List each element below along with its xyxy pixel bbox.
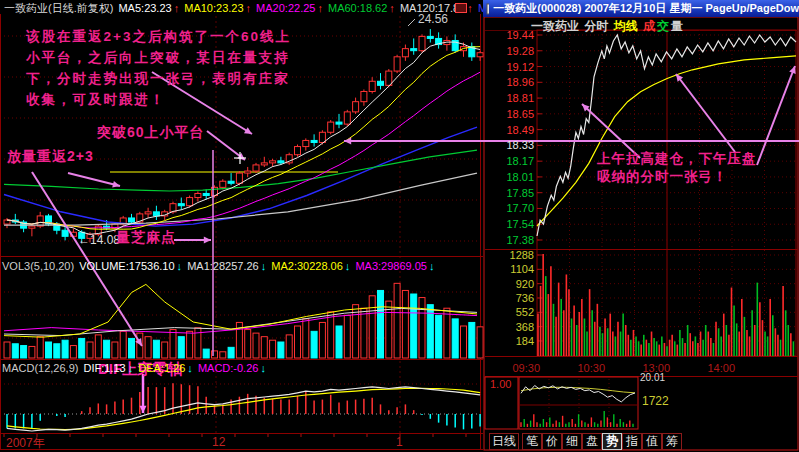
text-segment: ↓	[345, 260, 354, 272]
macd-pane-header: MACD(12,26,9) DIF:1.13↓ DEA:1.26↓ MACD:-…	[2, 362, 268, 374]
x-axis-label: 12	[212, 435, 225, 449]
time-axis-label: 14:00	[675, 362, 735, 374]
price-scale-label: 17.38	[486, 234, 534, 246]
text-segment: 分时	[584, 19, 611, 33]
low-price-label: ←14.08	[78, 233, 120, 247]
price-scale-label: 18.01	[486, 171, 534, 183]
high-price-label: 24.56	[418, 12, 448, 26]
text-segment: DIF:1.13	[83, 362, 125, 374]
text-segment: 一致药业(日线.前复权)	[4, 2, 116, 14]
text-segment: MACD:-0.26	[198, 362, 259, 374]
price-scale-label: 18.65	[486, 108, 534, 120]
price-scale-label: 19.44	[486, 29, 534, 41]
annotation-sesame: 量芝麻点	[116, 229, 176, 247]
text-segment: MA3:29869.05	[355, 260, 427, 272]
text-segment: ↑	[317, 2, 326, 14]
intraday-titlebar[interactable]: 一致药业(000028) 2007年12月10日 星期一 PageUp/Page…	[483, 0, 799, 17]
price-scale-label: 19.12	[486, 61, 534, 73]
mini-chart-right-label: 1722	[642, 394, 669, 408]
text-segment: ↑	[467, 2, 476, 14]
header-red-icon[interactable]	[455, 3, 467, 13]
volume-pane-header: VOL3(5,10,20) VOLUME:17536.10↓ MA1:28257…	[2, 260, 436, 272]
text-segment: ↓	[260, 362, 266, 374]
time-axis-label: 09:30	[480, 362, 540, 374]
tab-view-0[interactable]: 笔	[522, 433, 542, 450]
tab-view-2[interactable]: 细	[562, 433, 582, 450]
text-segment: MA2:30228.06	[271, 260, 343, 272]
text-segment: MA5:23.23	[118, 2, 171, 14]
text-segment: ↓	[261, 260, 270, 272]
volume-scale-label: 552	[486, 306, 534, 318]
mini-chart-left-label: 1.00	[490, 378, 511, 390]
text-segment: ↓	[429, 260, 435, 272]
tab-view-4[interactable]: 势	[602, 433, 622, 450]
text-segment: 交	[657, 19, 669, 33]
price-scale-label: 18.33	[486, 139, 534, 151]
intraday-title: 一致药业(000028) 2007年12月10日 星期一 PageUp/Page…	[493, 1, 799, 16]
time-axis-label: 13:00	[610, 362, 670, 374]
text-segment: ↑	[246, 2, 255, 14]
price-scale-label: 17.54	[486, 218, 534, 230]
price-scale-label: 19.28	[486, 45, 534, 57]
x-axis-label: 2007年	[6, 435, 45, 452]
text-segment: MACD(12,26,9)	[2, 362, 81, 374]
annotation-breakout: 突破60上小平台	[97, 124, 205, 142]
text-segment: ↑	[174, 2, 183, 14]
tab-period[interactable]: 日线	[489, 433, 519, 450]
text-segment: 一致药业	[531, 19, 582, 33]
text-segment: MA60:18.62	[328, 2, 387, 14]
volume-scale-label: 736	[486, 292, 534, 304]
text-segment: ↓	[128, 362, 137, 374]
text-segment: 成	[643, 19, 655, 33]
price-scale-label: 18.81	[486, 92, 534, 104]
annotation-intraday: 上午拉高建仓，下午压盘 吸纳的分时一张弓！	[597, 150, 757, 185]
text-segment: MA20:22.25	[256, 2, 315, 14]
text-segment: MA1:28257.26	[187, 260, 259, 272]
text-segment: ↓	[177, 260, 186, 272]
annotation-return23: 放量重返2+3	[7, 148, 94, 166]
tab-view-3[interactable]: 盘	[582, 433, 602, 450]
volume-scale-label: 1288	[486, 249, 534, 261]
tab-view-1[interactable]: 价	[542, 433, 562, 450]
text-segment: VOLUME:17536.10	[79, 260, 174, 272]
x-axis-label: 1	[396, 435, 403, 449]
annotation-paragraph: 该股在重返2+3之后构筑了一个60线上 小平台，之后向上突破，某日在量支持 下，…	[26, 26, 291, 110]
price-scale-label: 17.85	[486, 187, 534, 199]
tab-view-6[interactable]: 值	[642, 433, 662, 450]
volume-scale-label: 184	[486, 335, 534, 347]
price-scale-label: 17.70	[486, 202, 534, 214]
text-segment: 均线	[614, 19, 641, 33]
tab-view-7[interactable]: 筹	[662, 433, 682, 450]
volume-scale-label: 1104	[486, 263, 534, 275]
text-segment: ↑	[389, 2, 398, 14]
tab-view-5[interactable]: 指	[622, 433, 642, 450]
text-segment: MA10:23.23	[184, 2, 243, 14]
price-scale-label: 18.96	[486, 76, 534, 88]
text-segment: DEA:1.26	[138, 362, 185, 374]
trading-app-window: 一致药业(日线.前复权) MA5:23.23↑ MA10:23.23↑ MA20…	[0, 0, 799, 452]
window-icon	[486, 3, 489, 15]
volume-scale-label: 920	[486, 278, 534, 290]
price-scale-label: 18.49	[486, 124, 534, 136]
time-axis-label: 10:30	[545, 362, 605, 374]
price-scale-label: 18.17	[486, 155, 534, 167]
text-segment: ↓	[187, 362, 196, 374]
intraday-subheader: 一致药业 分时 均线 成交量	[531, 18, 685, 35]
volume-scale-label: 368	[486, 321, 534, 333]
text-segment: VOL3(5,10,20)	[2, 260, 77, 272]
text-segment: 量	[671, 19, 683, 33]
